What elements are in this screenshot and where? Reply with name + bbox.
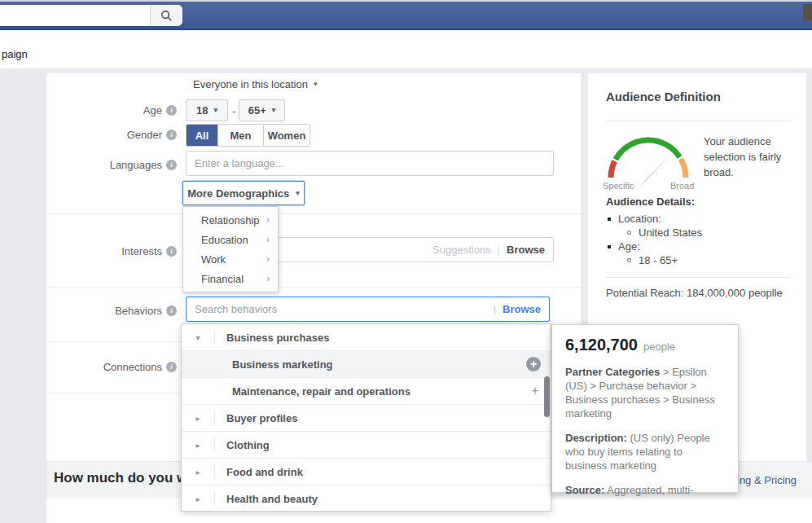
gauge-specific-label: Specific [603, 181, 634, 191]
tooltip-source: Source: Aggregated, multi- [565, 483, 725, 497]
languages-input-shell [186, 151, 554, 176]
breadcrumb: paign [2, 48, 28, 60]
scrollbar-thumb[interactable] [544, 376, 550, 417]
age-label: Age [143, 104, 162, 116]
gender-label: Gender [127, 129, 162, 141]
audience-definition-title: Audience Definition [606, 90, 721, 103]
chevron-right-icon: › [266, 215, 270, 225]
age-min-value: 18 [196, 104, 208, 116]
separator: | [494, 303, 496, 315]
suggestions-button[interactable]: Suggestions [432, 244, 491, 256]
gender-row-label: Gender i [46, 128, 177, 141]
caret-right-icon[interactable]: ▸ [182, 414, 214, 423]
gender-option-all[interactable]: All [187, 125, 217, 146]
ads-create-page: paign Everyone in this location ▾ Age [0, 0, 812, 523]
caret-down-icon: ▾ [296, 190, 300, 197]
caret-down-icon: ▾ [272, 107, 276, 114]
partner-categories-label: Partner Categories [565, 366, 660, 378]
info-icon[interactable]: i [166, 160, 177, 170]
circle-bullet [627, 258, 631, 262]
row-divider [214, 464, 215, 479]
circle-bullet [627, 231, 631, 235]
interests-browse-button[interactable]: Browse [507, 244, 545, 256]
avatar[interactable] [803, 4, 812, 20]
audience-form-panel: Everyone in this location ▾ Age i 18 ▾ -… [46, 73, 581, 461]
caret-right-icon[interactable]: ▸ [182, 468, 214, 477]
caret-right-icon[interactable]: ▸ [182, 494, 214, 503]
top-navigation-bar [0, 0, 812, 30]
sub-header: paign [0, 30, 812, 68]
age-max-value: 65+ [248, 104, 266, 116]
detail-line: United States [606, 226, 702, 240]
behavior-row-business-marketing[interactable]: Business marketing + [182, 351, 551, 378]
behaviors-input-shell: | Browse [186, 297, 550, 322]
tooltip-count: 6,120,700 [565, 336, 638, 354]
row-divider [214, 411, 215, 425]
behavior-row-maintenance[interactable]: Maintenance, repair and operations + [182, 378, 551, 405]
behavior-row-health-and-beauty[interactable]: ▸ Health and beauty [182, 486, 551, 512]
behavior-row-buyer-profiles[interactable]: ▸ Buyer profiles [182, 405, 551, 432]
info-icon[interactable]: i [166, 130, 177, 140]
info-icon[interactable]: i [166, 305, 177, 316]
chevron-right-icon: › [266, 235, 270, 244]
info-icon[interactable]: i [166, 105, 177, 116]
behavior-label: Health and beauty [226, 493, 318, 505]
audience-details-title: Audience Details: [606, 196, 695, 208]
behaviors-search-input[interactable] [187, 303, 487, 315]
row-divider [214, 437, 215, 452]
gender-option-women[interactable]: Women [263, 125, 309, 146]
behavior-label: Clothing [226, 439, 270, 451]
menu-item-label: Work [201, 253, 226, 266]
connections-row-label: Connections i [46, 360, 177, 373]
behaviors-label: Behaviors [115, 305, 162, 317]
location-scope-dropdown[interactable]: Everyone in this location ▾ [193, 78, 317, 90]
chevron-right-icon: › [266, 274, 270, 283]
budget-section-title: How much do you wa [54, 470, 195, 486]
gender-option-men[interactable]: Men [217, 125, 263, 146]
search-button[interactable] [150, 5, 182, 26]
connections-label: Connections [103, 361, 162, 373]
source-text: Aggregated, multi- [604, 484, 693, 496]
age-min-select[interactable]: 18 ▾ [186, 99, 228, 121]
chevron-right-icon: › [266, 254, 270, 264]
behavior-row-business-purchases[interactable]: ▾ Business purchases [182, 324, 551, 351]
gauge-needle [640, 150, 674, 187]
row-divider [214, 491, 215, 506]
languages-row-label: Languages i [46, 158, 177, 171]
row-divider [214, 330, 215, 345]
menu-item-work[interactable]: Work › [183, 249, 278, 269]
search-bar[interactable] [0, 5, 182, 26]
age-max-select[interactable]: 65+ ▾ [239, 99, 285, 121]
menu-item-relationship[interactable]: Relationship › [183, 210, 278, 230]
languages-input[interactable] [187, 157, 545, 169]
panel-divider [606, 121, 790, 121]
info-icon[interactable]: i [166, 362, 177, 372]
more-demographics-button[interactable]: More Demographics ▾ [182, 181, 305, 205]
add-icon[interactable]: + [531, 383, 539, 399]
behavior-label: Food and drink [226, 466, 303, 478]
behavior-label: Maintenance, repair and operations [232, 385, 410, 398]
gender-segmented-control: All Men Women [186, 124, 310, 147]
menu-item-financial[interactable]: Financial › [183, 269, 278, 288]
square-bullet [608, 245, 611, 248]
menu-item-education[interactable]: Education › [183, 230, 278, 249]
age-range-dash: - [232, 105, 235, 117]
behavior-row-food-and-drink[interactable]: ▸ Food and drink [182, 459, 551, 486]
detail-line: Age: [606, 240, 702, 253]
behavior-label: Business marketing [232, 358, 333, 371]
detail-value: United States [639, 226, 702, 239]
info-icon[interactable]: i [166, 246, 177, 257]
behavior-row-clothing[interactable]: ▸ Clothing [182, 432, 551, 459]
detail-value: 18 - 65+ [639, 254, 678, 266]
caret-down-icon[interactable]: ▾ [182, 333, 214, 342]
bidding-pricing-link[interactable]: ing & Pricing [737, 474, 797, 486]
section-divider [46, 213, 581, 214]
menu-item-label: Financial [201, 273, 244, 285]
search-input[interactable] [0, 5, 150, 26]
menu-item-label: Education [201, 234, 248, 246]
behaviors-browse-button[interactable]: Browse [503, 303, 541, 315]
add-circle-icon[interactable]: + [526, 357, 541, 371]
gauge-broad-label: Broad [670, 181, 694, 191]
caret-right-icon[interactable]: ▸ [182, 441, 214, 450]
detail-label: Location: [618, 213, 661, 225]
